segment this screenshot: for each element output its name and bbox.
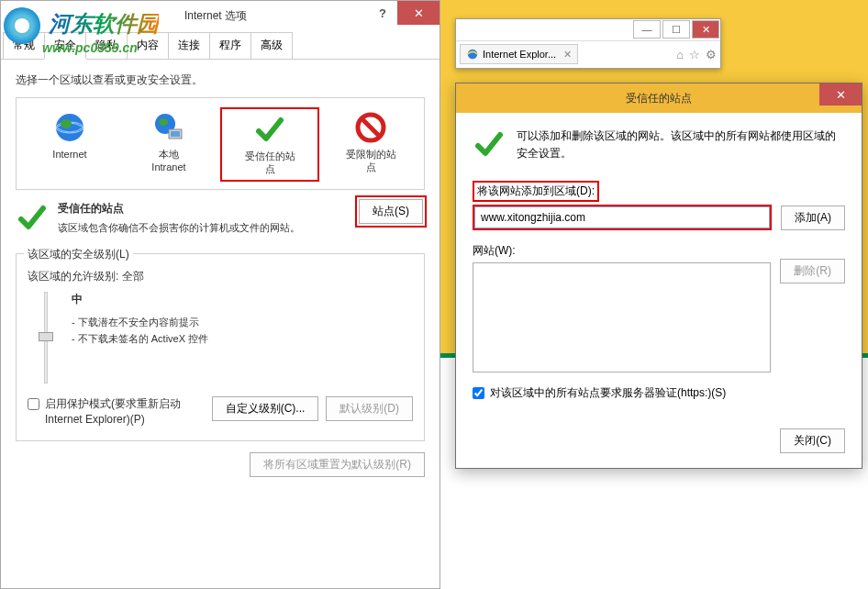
site-input-highlight bbox=[473, 205, 772, 230]
svg-point-0 bbox=[56, 114, 83, 141]
protect-mode-label: 启用保护模式(要求重新启动 Internet Explorer)(P) bbox=[45, 396, 212, 428]
level-desc-1: - 下载潜在不安全内容前提示 bbox=[72, 315, 208, 331]
browser-close-button[interactable]: ✕ bbox=[692, 20, 719, 39]
zone-label: 本地 Intranet bbox=[123, 148, 215, 174]
reset-all-button[interactable]: 将所有区域重置为默认级别(R) bbox=[250, 452, 425, 477]
ie-icon bbox=[466, 48, 479, 61]
checkmark-large-icon bbox=[16, 201, 49, 234]
zone-label: Internet bbox=[24, 148, 116, 161]
remove-button[interactable]: 删除(R) bbox=[780, 259, 845, 283]
browser-titlebar: — ☐ ✕ bbox=[456, 19, 720, 41]
security-panel: 选择一个区域以查看或更改安全设置。 Internet 本地 Intranet 受… bbox=[1, 60, 440, 490]
tab-advanced[interactable]: 高级 bbox=[250, 32, 293, 59]
zone-restricted[interactable]: 受限制的站 点 bbox=[323, 107, 418, 182]
prohibited-icon bbox=[354, 111, 387, 144]
zone-intranet[interactable]: 本地 Intranet bbox=[121, 107, 217, 182]
allowed-levels: 该区域的允许级别: 全部 bbox=[28, 269, 413, 284]
panel-intro: 选择一个区域以查看或更改安全设置。 bbox=[16, 72, 425, 88]
trusted-title: 受信任的站点 bbox=[626, 91, 692, 106]
tab-title: Internet Explor... bbox=[483, 49, 556, 60]
help-button[interactable]: ? bbox=[368, 1, 397, 25]
watermark: 河东软件园 www.pc0359.cn bbox=[4, 7, 159, 55]
add-button[interactable]: 添加(A) bbox=[781, 206, 845, 230]
group-title: 该区域的安全级别(L) bbox=[24, 247, 133, 262]
maximize-button[interactable]: ☐ bbox=[662, 20, 690, 39]
default-level-button[interactable]: 默认级别(D) bbox=[326, 396, 413, 421]
checkmark-icon bbox=[253, 113, 286, 146]
tab-programs[interactable]: 程序 bbox=[209, 32, 251, 59]
trusted-titlebar: 受信任的站点 ✕ bbox=[456, 83, 862, 113]
settings-gear-icon[interactable]: ⚙ bbox=[706, 48, 717, 61]
sites-listbox[interactable] bbox=[473, 262, 771, 372]
watermark-logo-icon bbox=[4, 7, 40, 44]
custom-level-button[interactable]: 自定义级别(C)... bbox=[212, 396, 319, 421]
sites-list-label: 网站(W): bbox=[473, 243, 845, 259]
globe-icon bbox=[53, 111, 86, 144]
zone-label: 受限制的站 点 bbox=[325, 148, 417, 174]
trusted-close-button[interactable]: ✕ bbox=[819, 83, 862, 106]
slider-thumb[interactable] bbox=[39, 332, 53, 341]
zone-info: 受信任的站点 该区域包含你确信不会损害你的计算机或文件的网站。 站点(S) bbox=[16, 201, 425, 236]
tab-close-icon[interactable]: ✕ bbox=[563, 49, 572, 61]
svg-rect-6 bbox=[171, 131, 180, 137]
add-label-highlight: 将该网站添加到区域(D): bbox=[473, 181, 599, 202]
trusted-intro-text: 可以添加和删除该区域的网站。该区域中的所有网站都使用区域的安全设置。 bbox=[517, 128, 845, 162]
sites-button[interactable]: 站点(S) bbox=[359, 199, 423, 224]
watermark-text: 河东软件园 bbox=[49, 11, 159, 36]
home-icon[interactable]: ⌂ bbox=[676, 48, 684, 61]
add-site-label: 将该网站添加到区域(D): bbox=[477, 184, 595, 197]
zone-label: 受信任的站 点 bbox=[224, 150, 316, 176]
zone-selector: Internet 本地 Intranet 受信任的站 点 受限制的站 点 bbox=[16, 97, 425, 190]
watermark-url: www.pc0359.cn bbox=[42, 40, 159, 55]
close-button[interactable]: ✕ bbox=[397, 1, 440, 25]
tab-connections[interactable]: 连接 bbox=[168, 32, 210, 59]
checkmark-large-icon bbox=[473, 128, 506, 161]
svg-point-9 bbox=[468, 50, 478, 60]
protect-mode-checkbox[interactable] bbox=[28, 398, 39, 410]
zone-internet[interactable]: Internet bbox=[22, 107, 117, 182]
browser-window: — ☐ ✕ Internet Explor... ✕ ⌂ ☆ ⚙ bbox=[455, 18, 721, 69]
minimize-button[interactable]: — bbox=[633, 20, 661, 39]
level-value: 中 bbox=[72, 292, 208, 307]
level-desc-2: - 不下载未签名的 ActiveX 控件 bbox=[72, 331, 208, 348]
site-url-input[interactable] bbox=[474, 206, 770, 228]
close-dialog-button[interactable]: 关闭(C) bbox=[780, 428, 845, 453]
svg-point-4 bbox=[159, 118, 168, 126]
favorites-icon[interactable]: ☆ bbox=[689, 48, 700, 61]
trusted-sites-dialog: 受信任的站点 ✕ 可以添加和删除该区域的网站。该区域中的所有网站都使用区域的安全… bbox=[455, 83, 862, 469]
globe-computer-icon bbox=[152, 111, 185, 144]
internet-options-dialog: Internet 选项 ? ✕ 常规 安全 隐私 内容 连接 程序 高级 选择一… bbox=[0, 0, 440, 589]
svg-point-2 bbox=[61, 119, 72, 128]
require-https-label: 对该区域中的所有站点要求服务器验证(https:)(S) bbox=[490, 385, 726, 401]
dialog-title: Internet 选项 bbox=[184, 8, 247, 24]
security-slider[interactable] bbox=[35, 292, 57, 383]
browser-tab[interactable]: Internet Explor... ✕ bbox=[460, 44, 578, 64]
sites-button-highlight: 站点(S) bbox=[355, 195, 427, 228]
zone-trusted[interactable]: 受信任的站 点 bbox=[220, 107, 319, 182]
require-https-checkbox[interactable] bbox=[473, 387, 484, 399]
security-level-group: 该区域的安全级别(L) 该区域的允许级别: 全部 中 - 下载潜在不安全内容前提… bbox=[16, 253, 425, 441]
svg-line-8 bbox=[362, 118, 380, 137]
